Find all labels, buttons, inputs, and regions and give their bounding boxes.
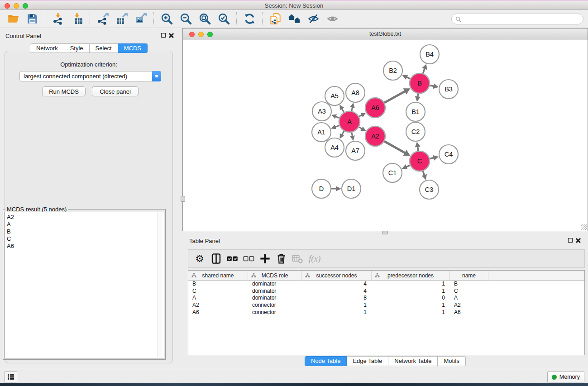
import-table-icon bbox=[71, 13, 83, 25]
float-panel-icon[interactable] bbox=[161, 33, 166, 38]
save-session-button[interactable] bbox=[23, 11, 42, 27]
node-label-B: B bbox=[417, 80, 422, 87]
node-label-A6: A6 bbox=[371, 104, 379, 111]
control-panel: Control Panel NetworkStyleSelectMCDS Opt… bbox=[0, 28, 177, 369]
unselect-all-columns-button[interactable] bbox=[242, 252, 255, 266]
zoom-in-button[interactable] bbox=[157, 11, 176, 27]
tab-node-table[interactable]: Node Table bbox=[305, 356, 347, 366]
titlebar: Session: New Session bbox=[0, 0, 588, 10]
mcds-result-item[interactable]: A6 bbox=[5, 243, 164, 250]
save-session-icon bbox=[26, 13, 38, 25]
import-network-button[interactable] bbox=[48, 11, 67, 27]
table-row[interactable]: Bdominator41B bbox=[188, 281, 584, 288]
float-table-panel-icon[interactable] bbox=[568, 238, 573, 243]
edge-A6-B[interactable] bbox=[383, 91, 405, 103]
search-input[interactable] bbox=[464, 16, 579, 23]
arrowhead-icon bbox=[421, 174, 426, 180]
node-label-A7: A7 bbox=[351, 147, 359, 154]
tab-network-table[interactable]: Network Table bbox=[388, 356, 438, 366]
tab-select[interactable]: Select bbox=[90, 43, 118, 53]
select-all-columns-button[interactable] bbox=[225, 252, 239, 266]
mcds-result-list[interactable]: A2ABCA6 bbox=[4, 212, 164, 358]
node-label-C1: C1 bbox=[388, 169, 397, 176]
optimization-criterion-label: Optimization criterion: bbox=[0, 61, 177, 68]
network-canvas[interactable]: B4B2BB3B1A5A8A3A6AA1A2C2A4A7CC4C1C3DD1 bbox=[183, 40, 588, 231]
add-column-button[interactable] bbox=[258, 252, 272, 266]
node-label-C2: C2 bbox=[411, 128, 420, 135]
cell-name: B bbox=[450, 281, 488, 288]
cell-successor-nodes: 4 bbox=[302, 281, 372, 288]
home-view-button[interactable] bbox=[285, 11, 304, 27]
desktop-background bbox=[0, 383, 588, 386]
tab-motifs[interactable]: Motifs bbox=[438, 356, 466, 366]
edge-A2-C[interactable] bbox=[383, 141, 405, 153]
function-builder-button[interactable]: f(x) bbox=[309, 254, 320, 264]
open-session-button[interactable] bbox=[4, 11, 23, 27]
column-header-MCDS-role[interactable]: MCDS role bbox=[248, 271, 302, 280]
mcds-result-item[interactable]: B bbox=[5, 228, 164, 235]
import-table-button[interactable] bbox=[67, 11, 86, 27]
table-row[interactable]: A6connector11A6 bbox=[188, 309, 584, 316]
memory-button[interactable]: Memory bbox=[547, 372, 584, 382]
network-window-titlebar[interactable]: testGlobe.txt bbox=[183, 29, 588, 40]
zoom-out-button[interactable] bbox=[176, 11, 195, 27]
status-bar: Memory bbox=[0, 369, 588, 383]
cell-shared-name: C bbox=[188, 288, 248, 295]
table-settings-button[interactable]: ⚙ bbox=[193, 252, 206, 266]
delete-column-button[interactable] bbox=[274, 252, 288, 266]
column-header-predecessor-nodes[interactable]: predecessor nodes bbox=[372, 271, 450, 280]
search-field[interactable] bbox=[451, 14, 583, 24]
column-header-name[interactable]: name bbox=[450, 271, 488, 280]
optimization-criterion-select[interactable]: largest connected component (directed) bbox=[19, 71, 161, 81]
panel-splitter-grip[interactable] bbox=[181, 196, 185, 202]
table-row[interactable]: Adominator80A bbox=[188, 295, 584, 302]
window-resize-grip[interactable] bbox=[581, 224, 587, 230]
mcds-list-scrollbar[interactable] bbox=[158, 212, 164, 358]
close-panel-button[interactable]: Close panel bbox=[92, 86, 139, 96]
task-history-button[interactable] bbox=[5, 372, 17, 382]
table-settings-icon: ⚙ bbox=[195, 254, 204, 264]
duplicate-network-button[interactable] bbox=[266, 11, 285, 27]
mcds-result-item[interactable]: A bbox=[5, 221, 164, 228]
zoom-fit-button[interactable] bbox=[195, 11, 214, 27]
export-image-button[interactable] bbox=[131, 11, 150, 27]
zoom-selected-button[interactable] bbox=[214, 11, 233, 27]
hide-graphics-details-button[interactable] bbox=[323, 11, 342, 27]
export-network-button[interactable] bbox=[93, 11, 112, 27]
arrowhead-icon bbox=[415, 142, 421, 147]
toolbar-separator bbox=[153, 12, 154, 26]
delete-table-button[interactable] bbox=[291, 252, 304, 266]
tab-network[interactable]: Network bbox=[30, 43, 64, 53]
refresh-network-button[interactable] bbox=[240, 11, 259, 27]
column-header-label: predecessor nodes bbox=[387, 272, 434, 279]
zoom-out-icon bbox=[180, 13, 192, 25]
node-label-C4: C4 bbox=[445, 151, 453, 158]
close-table-panel-icon[interactable] bbox=[576, 238, 581, 243]
node-table[interactable]: shared nameMCDS rolesuccessor nodesprede… bbox=[188, 270, 585, 355]
network-graph[interactable]: B4B2BB3B1A5A8A3A6AA1A2C2A4A7CC4C1C3DD1 bbox=[183, 40, 588, 231]
cell-predecessor-nodes: 0 bbox=[372, 295, 450, 302]
cell-successor-nodes: 8 bbox=[302, 295, 372, 302]
table-row[interactable]: A2connector11A2 bbox=[188, 302, 584, 309]
run-mcds-button[interactable]: Run MCDS bbox=[42, 86, 86, 96]
mcds-result-item[interactable]: C bbox=[5, 235, 164, 243]
close-panel-icon[interactable] bbox=[169, 33, 174, 38]
control-panel-title: Control Panel bbox=[5, 33, 41, 39]
column-header-shared-name[interactable]: shared name bbox=[188, 271, 248, 280]
cell-shared-name: A2 bbox=[188, 302, 248, 309]
table-row[interactable]: Cdominator41C bbox=[188, 288, 584, 295]
cell-successor-nodes: 1 bbox=[302, 309, 372, 316]
column-header-label: name bbox=[462, 272, 476, 279]
column-header-successor-nodes[interactable]: successor nodes bbox=[302, 271, 372, 280]
tab-mcds[interactable]: MCDS bbox=[118, 43, 148, 53]
node-label-B2: B2 bbox=[389, 67, 397, 74]
toggle-columns-button[interactable] bbox=[209, 252, 223, 266]
horizontal-splitter-grip[interactable] bbox=[382, 231, 388, 234]
tab-style[interactable]: Style bbox=[64, 43, 90, 53]
mcds-result-item[interactable]: A2 bbox=[5, 214, 164, 221]
tab-edge-table[interactable]: Edge Table bbox=[347, 356, 388, 366]
export-table-button[interactable] bbox=[112, 11, 131, 27]
zoom-fit-icon bbox=[199, 13, 211, 25]
application-window: Session: New Session Control Panel Netwo… bbox=[0, 0, 588, 386]
show-graphics-details-button[interactable] bbox=[304, 11, 323, 27]
